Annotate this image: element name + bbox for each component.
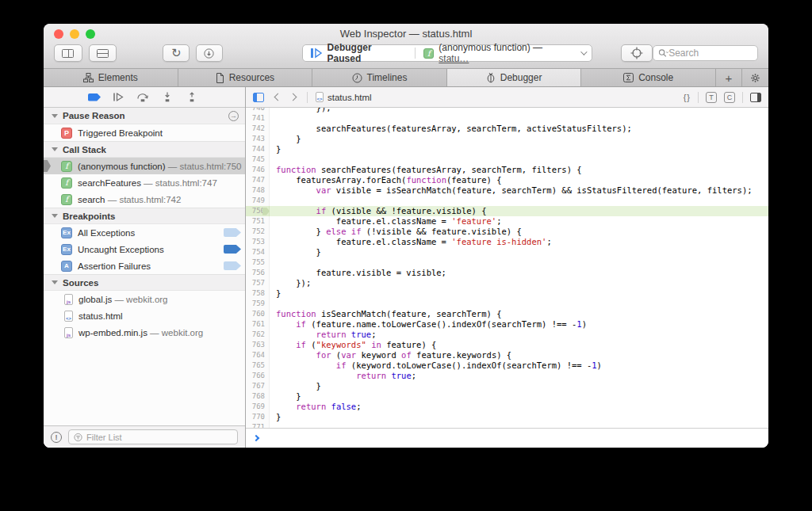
step-into-icon[interactable] [161, 92, 174, 102]
line-number[interactable]: 751 [246, 216, 270, 227]
line-number[interactable]: 765 [246, 360, 270, 371]
code-line-767[interactable]: 767 } [246, 381, 768, 391]
line-number[interactable]: 762 [246, 330, 270, 340]
section-header-sources[interactable]: Sources [44, 274, 245, 291]
tab-resources[interactable]: Resources [178, 69, 313, 86]
settings-tab-button[interactable] [742, 69, 768, 86]
code-line-765[interactable]: 765 if (keyword.toLowerCase().indexOf(se… [246, 360, 768, 371]
code-line-751[interactable]: 751 feature.el.className = 'feature'; [246, 216, 768, 227]
function-selector[interactable]: (anonymous function) — statu… [439, 42, 573, 64]
line-number[interactable]: 756 [246, 268, 270, 278]
breakpoint-item-0[interactable]: Ex All Exceptions [44, 224, 245, 241]
section-header-call-stack[interactable]: Call Stack [44, 141, 245, 158]
line-number[interactable]: 741 [246, 113, 270, 124]
line-number[interactable]: 747 [246, 175, 270, 185]
code-line-758[interactable]: 758} [246, 288, 768, 299]
type-token-icon[interactable]: T [706, 92, 717, 103]
call-stack-item-0[interactable]: f (anonymous function) — status.html:750 [44, 158, 245, 174]
code-line-753[interactable]: 753 feature.el.className = 'feature is-h… [246, 237, 768, 247]
disclosure-triangle-icon[interactable] [52, 114, 58, 118]
line-number[interactable]: 746 [246, 165, 270, 175]
element-picker-button[interactable] [621, 44, 653, 62]
code-line-742[interactable]: 742 searchFeatures(featuresArray, search… [246, 124, 768, 134]
filter-list-input[interactable] [86, 433, 232, 442]
line-number[interactable]: 757 [246, 278, 270, 288]
search-input[interactable] [668, 48, 740, 59]
right-sidebar-toggle-icon[interactable] [750, 93, 761, 102]
code-line-748[interactable]: 748 var visible = isSearchMatch(feature,… [246, 185, 768, 196]
breakpoint-pill-icon[interactable] [224, 261, 241, 270]
minimize-window-button[interactable] [70, 29, 79, 39]
line-number[interactable]: 753 [246, 237, 270, 247]
tab-debugger[interactable]: Debugger [447, 69, 582, 86]
code-line-743[interactable]: 743 } [246, 134, 768, 144]
line-number[interactable]: 755 [246, 257, 270, 268]
line-number[interactable]: 769 [246, 402, 270, 412]
code-line-762[interactable]: 762 return true; [246, 330, 768, 340]
sidebar-toggle-icon[interactable] [253, 93, 264, 102]
source-item-2[interactable]: js wp-embed.min.js — webkit.org [44, 324, 245, 341]
source-item-1[interactable]: <> status.html [44, 307, 245, 324]
line-number[interactable]: 771 [246, 422, 270, 428]
code-line-760[interactable]: 760function isSearchMatch(feature, searc… [246, 309, 768, 319]
code-line-745[interactable]: 745 [246, 154, 768, 165]
call-stack-item-2[interactable]: f search — status.html:742 [44, 191, 245, 208]
code-line-768[interactable]: 768 } [246, 391, 768, 402]
tab-timelines[interactable]: Timelines [312, 69, 447, 86]
code-line-746[interactable]: 746function searchFeatures(featuresArray… [246, 165, 768, 175]
line-number[interactable]: 750 [246, 206, 270, 216]
function-selector-link[interactable]: statu… [439, 53, 469, 64]
add-tab-button[interactable]: + [716, 69, 742, 86]
disclosure-triangle-icon[interactable] [52, 214, 58, 218]
section-header-pause-reason[interactable]: Pause Reason → [44, 108, 245, 124]
line-number[interactable]: 740 [246, 108, 270, 113]
code-editor[interactable]: 740 });741742 searchFeatures(featuresArr… [246, 108, 768, 428]
continue-icon[interactable] [113, 92, 124, 102]
line-number[interactable]: 764 [246, 350, 270, 360]
breakpoints-toggle-icon[interactable] [88, 93, 101, 101]
line-number[interactable]: 758 [246, 288, 270, 299]
code-line-741[interactable]: 741 [246, 113, 768, 124]
disclosure-triangle-icon[interactable] [52, 147, 58, 151]
line-number[interactable]: 761 [246, 319, 270, 330]
code-line-756[interactable]: 756 feature.visible = visible; [246, 268, 768, 278]
step-over-icon[interactable] [136, 92, 149, 102]
line-number[interactable]: 744 [246, 144, 270, 154]
download-button[interactable] [196, 44, 223, 62]
line-number[interactable]: 742 [246, 124, 270, 134]
code-line-744[interactable]: 744} [246, 144, 768, 154]
back-icon[interactable] [274, 93, 282, 101]
code-line-766[interactable]: 766 return true; [246, 371, 768, 381]
search-field[interactable] [653, 45, 758, 61]
code-line-749[interactable]: 749 [246, 196, 768, 206]
breakpoint-pill-icon[interactable] [224, 228, 241, 237]
call-stack-item-1[interactable]: f searchFeatures — status.html:747 [44, 174, 245, 191]
breakpoint-item-2[interactable]: A Assertion Failures [44, 257, 245, 274]
console-prompt-bar[interactable] [246, 428, 768, 448]
line-number[interactable]: 768 [246, 391, 270, 402]
code-line-764[interactable]: 764 for (var keyword of feature.keywords… [246, 350, 768, 360]
reload-button[interactable]: ↻ [163, 44, 190, 62]
tab-console[interactable]: Console [581, 69, 716, 86]
disclosure-triangle-icon[interactable] [52, 280, 58, 284]
line-number[interactable]: 760 [246, 309, 270, 319]
filter-field[interactable] [68, 429, 238, 444]
close-window-button[interactable] [54, 29, 63, 39]
titlebar[interactable]: Web Inspector — status.html [44, 24, 768, 44]
line-number[interactable]: 770 [246, 412, 270, 422]
code-line-770[interactable]: 770} [246, 412, 768, 422]
line-number[interactable]: 748 [246, 185, 270, 196]
zoom-window-button[interactable] [86, 29, 95, 39]
coverage-icon[interactable]: C [724, 92, 735, 103]
line-number[interactable]: 752 [246, 227, 270, 237]
code-line-761[interactable]: 761 if (feature.name.toLowerCase().index… [246, 319, 768, 330]
source-item-0[interactable]: js global.js — webkit.org [44, 291, 245, 307]
breakpoint-pill-icon[interactable] [224, 245, 241, 254]
code-line-754[interactable]: 754 } [246, 247, 768, 257]
line-number[interactable]: 759 [246, 299, 270, 309]
code-line-750[interactable]: 750 if (visible && !feature.visible) { [246, 206, 768, 216]
resume-icon[interactable] [310, 48, 323, 59]
pause-reason-item[interactable]: P Triggered Breakpoint [44, 124, 245, 141]
code-line-769[interactable]: 769 return false; [246, 402, 768, 412]
tab-elements[interactable]: Elements [44, 69, 178, 86]
